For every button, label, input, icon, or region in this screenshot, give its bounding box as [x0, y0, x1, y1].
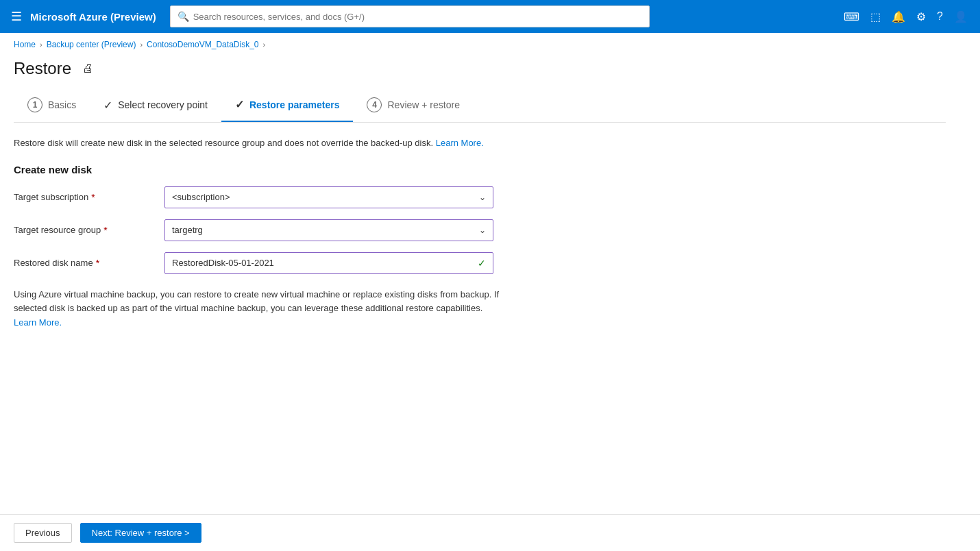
resource-group-required: *: [103, 225, 107, 236]
info-text: Restore disk will create new disk in the…: [14, 136, 946, 150]
resource-group-label: Target resource group *: [14, 225, 164, 236]
breadcrumb-disk[interactable]: ContosoDemoVM_DataDisk_0: [147, 40, 258, 49]
page-title: Restore: [14, 59, 71, 78]
search-icon: 🔍: [177, 11, 189, 22]
disk-name-label: Restored disk name *: [14, 258, 164, 269]
step-basics-number: 1: [27, 97, 42, 112]
breadcrumb-sep-3: ›: [262, 40, 265, 49]
step-recovery-check: ✓: [103, 99, 112, 112]
disk-name-value: RestoredDisk-05-01-2021: [172, 258, 274, 268]
step-parameters-check: ✓: [235, 98, 244, 111]
breadcrumb: Home › Backup center (Preview) › Contoso…: [0, 33, 980, 53]
top-navigation: ☰ Microsoft Azure (Preview) 🔍 ⌨ ⬚ 🔔 ⚙ ? …: [0, 0, 980, 33]
step-review-label: Review + restore: [387, 99, 459, 110]
notifications-icon[interactable]: 🔔: [887, 8, 909, 26]
disk-name-input[interactable]: RestoredDisk-05-01-2021 ✓: [164, 252, 493, 274]
breadcrumb-sep-2: ›: [140, 40, 143, 49]
form-row-disk-name: Restored disk name * RestoredDisk-05-01-…: [14, 252, 946, 274]
subscription-dropdown[interactable]: <subscription> ⌄: [164, 186, 493, 208]
main-content: 1 Basics ✓ Select recovery point ✓ Resto…: [0, 89, 959, 330]
section-title: Create new disk: [14, 164, 946, 175]
info-learn-more-link[interactable]: Learn More.: [436, 138, 484, 148]
subscription-required: *: [91, 192, 95, 203]
hamburger-icon[interactable]: ☰: [8, 6, 25, 27]
directory-icon[interactable]: ⬚: [866, 8, 885, 26]
resource-group-dropdown[interactable]: targetrg ⌄: [164, 219, 493, 241]
resource-group-chevron-icon: ⌄: [479, 225, 486, 235]
nav-icon-group: ⌨ ⬚ 🔔 ⚙ ? 👤: [840, 8, 972, 26]
account-icon[interactable]: 👤: [950, 8, 972, 26]
step-parameters-label: Restore parameters: [249, 99, 340, 110]
step-recovery-label: Select recovery point: [118, 99, 208, 110]
disk-name-control-wrapper: RestoredDisk-05-01-2021 ✓: [164, 252, 493, 274]
step-recovery[interactable]: ✓ Select recovery point: [90, 90, 221, 121]
note-learn-more-link[interactable]: Learn More.: [14, 317, 62, 328]
search-input[interactable]: [193, 12, 642, 22]
settings-icon[interactable]: ⚙: [912, 8, 930, 26]
help-icon[interactable]: ?: [933, 8, 947, 25]
app-brand: Microsoft Azure (Preview): [30, 11, 156, 23]
step-basics[interactable]: 1 Basics: [14, 89, 90, 122]
subscription-value: <subscription>: [172, 192, 230, 202]
form-row-subscription: Target subscription * <subscription> ⌄: [14, 186, 946, 208]
form-row-resource-group: Target resource group * targetrg ⌄: [14, 219, 946, 241]
global-search[interactable]: 🔍: [170, 5, 650, 27]
disk-name-required: *: [96, 258, 99, 269]
breadcrumb-sep-1: ›: [40, 40, 42, 49]
disk-name-valid-icon: ✓: [478, 258, 486, 269]
print-icon[interactable]: 🖨: [79, 60, 96, 77]
step-basics-label: Basics: [48, 99, 76, 110]
step-review-number: 4: [367, 97, 382, 112]
note-text: Using Azure virtual machine backup, you …: [14, 288, 507, 330]
form-fields: Target subscription * <subscription> ⌄ T…: [14, 186, 946, 274]
resource-group-control-wrapper: targetrg ⌄: [164, 219, 493, 241]
wizard-steps: 1 Basics ✓ Select recovery point ✓ Resto…: [14, 89, 946, 123]
resource-group-value: targetrg: [172, 225, 203, 235]
subscription-label: Target subscription *: [14, 192, 164, 203]
breadcrumb-backup-center[interactable]: Backup center (Preview): [47, 40, 136, 49]
breadcrumb-home[interactable]: Home: [14, 40, 36, 49]
subscription-chevron-icon: ⌄: [479, 193, 486, 202]
step-parameters[interactable]: ✓ Restore parameters: [221, 90, 354, 122]
page-header: Restore 🖨: [0, 53, 980, 89]
cloud-shell-icon[interactable]: ⌨: [840, 8, 863, 26]
subscription-control-wrapper: <subscription> ⌄: [164, 186, 493, 208]
step-review[interactable]: 4 Review + restore: [353, 89, 473, 122]
